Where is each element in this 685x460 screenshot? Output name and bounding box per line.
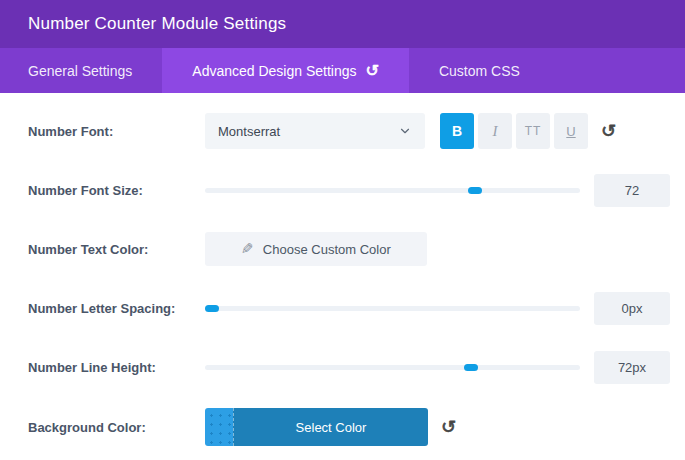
number-line-height-slider[interactable]: [205, 365, 580, 370]
background-color-picker[interactable]: Select Color: [205, 408, 428, 446]
color-swatch[interactable]: [205, 408, 233, 446]
choose-custom-color-label: Choose Custom Color: [263, 242, 391, 257]
slider-handle[interactable]: [464, 364, 478, 371]
row-background-color: Background Color: Select Color ↺: [28, 408, 670, 446]
background-color-label: Background Color:: [28, 420, 205, 435]
tab-label: Custom CSS: [439, 63, 520, 79]
uppercase-toggle-button[interactable]: TT: [516, 113, 550, 149]
number-font-size-input[interactable]: [594, 174, 670, 207]
select-color-button[interactable]: Select Color: [233, 408, 428, 446]
number-font-value: Montserrat: [218, 124, 280, 139]
number-letter-spacing-label: Number Letter Spacing:: [28, 301, 205, 316]
number-letter-spacing-slider[interactable]: [205, 306, 580, 311]
dialog-titlebar: Number Counter Module Settings: [0, 0, 685, 48]
slider-handle[interactable]: [468, 187, 482, 194]
number-letter-spacing-input[interactable]: [594, 292, 670, 325]
number-text-color-label: Number Text Color:: [28, 242, 205, 257]
row-number-line-height: Number Line Height:: [28, 349, 670, 385]
chevron-down-icon: [398, 124, 412, 138]
bold-toggle-button[interactable]: B: [440, 113, 474, 149]
number-font-size-label: Number Font Size:: [28, 183, 205, 198]
tab-general-settings[interactable]: General Settings: [0, 48, 162, 93]
number-line-height-input[interactable]: [594, 351, 670, 384]
row-number-text-color: Number Text Color: ✎ Choose Custom Color: [28, 231, 670, 267]
underline-toggle-button[interactable]: U: [554, 113, 588, 149]
number-font-select[interactable]: Montserrat: [205, 113, 425, 149]
number-line-height-label: Number Line Height:: [28, 360, 205, 375]
settings-panel: Number Font: Montserrat B I TT U ↺ Numbe…: [0, 93, 685, 446]
tab-bar: General Settings Advanced Design Setting…: [0, 48, 685, 93]
row-number-font: Number Font: Montserrat B I TT U ↺: [28, 113, 670, 149]
slider-handle[interactable]: [205, 305, 219, 312]
number-font-label: Number Font:: [28, 124, 205, 139]
dialog-title: Number Counter Module Settings: [28, 14, 286, 34]
italic-toggle-button[interactable]: I: [478, 113, 512, 149]
tab-label: General Settings: [28, 63, 132, 79]
choose-custom-color-button[interactable]: ✎ Choose Custom Color: [205, 232, 427, 266]
reset-icon[interactable]: ↺: [366, 63, 379, 79]
pencil-icon: ✎: [241, 240, 254, 258]
row-number-letter-spacing: Number Letter Spacing:: [28, 290, 670, 326]
reset-icon[interactable]: ↺: [601, 122, 616, 140]
tab-custom-css[interactable]: Custom CSS: [409, 48, 550, 93]
number-font-size-slider[interactable]: [205, 188, 580, 193]
reset-icon[interactable]: ↺: [441, 418, 456, 436]
font-style-toggle-group: B I TT U: [440, 113, 588, 149]
tab-advanced-design-settings[interactable]: Advanced Design Settings ↺: [162, 48, 409, 93]
tab-label: Advanced Design Settings: [192, 63, 356, 79]
number-counter-module-settings-dialog: Number Counter Module Settings General S…: [0, 0, 685, 460]
row-number-font-size: Number Font Size:: [28, 172, 670, 208]
